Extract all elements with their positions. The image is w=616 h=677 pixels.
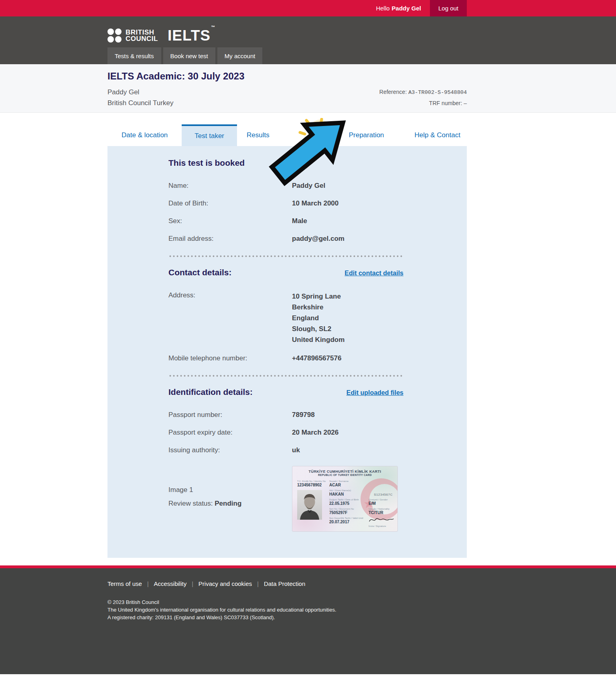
divider <box>168 375 403 377</box>
card-dob: 22.05.1975 <box>329 501 366 506</box>
site-header: BRITISH COUNCIL IELTS™ Tests & results B… <box>0 16 616 64</box>
greeting-prefix: Hello <box>376 5 389 12</box>
logo-dot <box>107 36 114 43</box>
reference-label: Reference: <box>379 89 407 95</box>
footer-charity-line: A registered charity: 209131 (England an… <box>107 614 616 621</box>
nav-my-account[interactable]: My account <box>217 47 263 64</box>
field-address: Address: 10 Spring Lane Berkshire Englan… <box>168 291 403 345</box>
page-title: IELTS Academic: 30 July 2023 <box>107 71 467 82</box>
footer-separator: | <box>192 581 193 587</box>
nav-tests-results[interactable]: Tests & results <box>107 47 161 64</box>
card-validuntil: 20.07.2017 <box>329 520 366 525</box>
greeting-username: Paddy Gel <box>392 5 421 12</box>
logo-dot <box>115 36 122 43</box>
card-validuntil-label: Son Geçerlilik Tarihi / Valid Until <box>329 517 366 520</box>
booking-heading: This test is booked <box>168 158 403 168</box>
divider <box>168 255 403 257</box>
ielts-logo: IELTS™ <box>168 27 215 44</box>
footer-separator: | <box>257 581 259 587</box>
address-line: England <box>292 313 344 323</box>
footer-accent-bar <box>0 565 616 568</box>
footer-org-line: The United Kingdom's international organ… <box>107 606 616 614</box>
card-signature-label: İmza / Signature <box>369 525 394 528</box>
field-sex: Sex: Male <box>168 217 403 226</box>
title-band: IELTS Academic: 30 July 2023 Paddy Gel B… <box>0 64 616 113</box>
card-idno-label: T.C. Kimlik No / Identity No <box>297 480 329 483</box>
user-greeting: Hello Paddy Gel <box>376 0 421 16</box>
topbar: Hello Paddy Gel Log out <box>0 0 616 16</box>
footer-link-data-protection[interactable]: Data Protection <box>264 580 305 587</box>
test-centre: British Council Turkey <box>107 98 173 108</box>
main-nav: Tests & results Book new test My account <box>107 47 262 64</box>
footer-link-terms[interactable]: Terms of use <box>107 580 142 587</box>
brand-row: BRITISH COUNCIL IELTS™ <box>107 16 616 47</box>
field-passport-expiry: Passport expiry date: 20 March 2026 <box>168 428 403 437</box>
id-document-image: S1234567C TÜRKİYE CUMHURİYETİ KİMLİK KAR… <box>292 466 398 532</box>
logo-dot <box>115 28 122 35</box>
logo-dot <box>107 28 114 35</box>
card-idno: 12345678902 <box>297 483 329 488</box>
contact-heading: Contact details: <box>168 268 232 277</box>
card-docno: 7505297F <box>329 510 366 515</box>
card-surname-label: Soyadı / Surname <box>329 480 394 483</box>
british-council-wordmark: BRITISH COUNCIL <box>126 29 158 42</box>
logout-button[interactable]: Log out <box>430 0 467 16</box>
field-name: Name: Paddy Gel <box>168 181 403 190</box>
edit-uploaded-files-link[interactable]: Edit uploaded files <box>346 389 403 396</box>
tab-results[interactable]: Results <box>243 124 273 146</box>
reference-value: A3-TR002-S-9548804 <box>408 89 467 96</box>
address-line: United Kingdom <box>292 334 344 345</box>
footer-separator: | <box>147 581 149 587</box>
test-taker-panel: This test is booked Name: Paddy Gel Date… <box>107 146 467 558</box>
trademark-symbol: ™ <box>211 25 215 29</box>
card-title: TÜRKİYE CUMHURİYETİ KİMLİK KARTI <box>292 470 397 474</box>
card-serial-overlay: S1234567C <box>374 493 393 496</box>
signature <box>369 516 394 523</box>
footer-link-privacy[interactable]: Privacy and cookies <box>199 580 252 587</box>
trf-value: – <box>464 100 467 106</box>
field-mobile: Mobile telephone number: +447896567576 <box>168 354 403 363</box>
site-footer: Terms of use | Accessibility | Privacy a… <box>0 568 616 674</box>
address-line: 10 Spring Lane <box>292 291 344 302</box>
review-status-value: Pending <box>215 500 241 507</box>
nav-book-new-test[interactable]: Book new test <box>163 47 215 64</box>
detail-tabs: Date & location Test taker Results Prepa… <box>107 124 467 146</box>
tab-help-contact[interactable]: Help & Contact <box>411 124 464 146</box>
edit-contact-details-link[interactable]: Edit contact details <box>344 270 403 277</box>
tab-preparation[interactable]: Preparation <box>346 124 387 146</box>
card-dob-label: Doğum Tarihi / Date of Birth <box>329 498 366 501</box>
card-givenname-label: Adı / Given Name(s) <box>329 489 394 492</box>
review-status: Review status: Pending <box>168 500 292 508</box>
card-gender-label: Cinsiyeti / Gender <box>369 498 394 501</box>
tab-date-location[interactable]: Date & location <box>118 124 171 146</box>
card-surname: ACAR <box>329 483 394 488</box>
id-card-photo <box>297 490 322 520</box>
trf-label: TRF number: <box>429 100 462 106</box>
field-issuing-authority: Issuing authority: uk <box>168 446 403 455</box>
card-nationality: TC/TUR <box>369 510 394 515</box>
footer-links: Terms of use | Accessibility | Privacy a… <box>107 580 616 587</box>
field-email: Email address: paddy@gel.com <box>168 234 403 243</box>
footer-link-accessibility[interactable]: Accessibility <box>154 580 187 587</box>
identification-heading: Identification details: <box>168 387 253 397</box>
footer-copyright: © 2023 British Council <box>107 598 616 606</box>
field-passport-number: Passport number: 789798 <box>168 411 403 419</box>
candidate-name: Paddy Gel <box>107 87 173 98</box>
card-gender: E/M <box>369 501 394 506</box>
card-docno-label: Seri No / Document No <box>329 508 366 510</box>
card-nationality-label: Uyruğu / Nationality <box>369 508 394 510</box>
address-line: Slough, SL2 <box>292 323 344 334</box>
tab-test-taker[interactable]: Test taker <box>182 124 237 146</box>
address-line: Berkshire <box>292 302 344 313</box>
field-dob: Date of Birth: 10 March 2000 <box>168 199 403 208</box>
image-label: Image 1 <box>168 486 292 494</box>
british-council-logo-icon <box>107 28 122 43</box>
